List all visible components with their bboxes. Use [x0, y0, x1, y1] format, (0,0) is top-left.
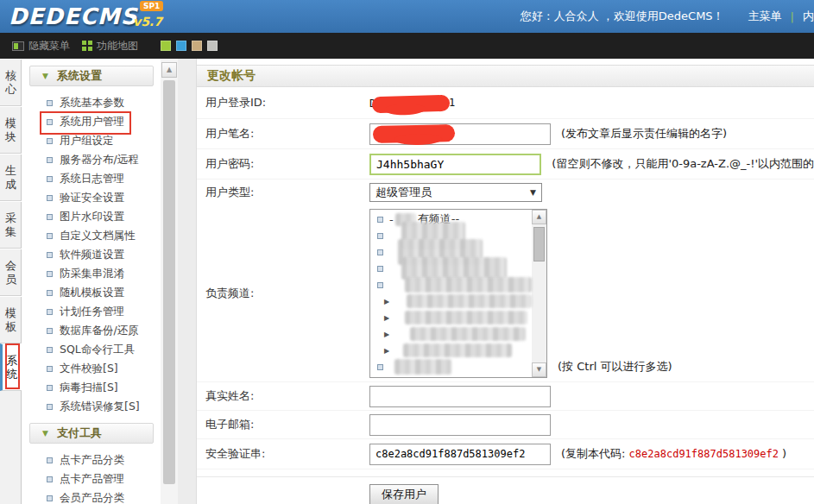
channel-row[interactable]: ▶ — [370, 343, 532, 359]
channels-listbox[interactable]: -有频道--▶▶▶▶ ▲ ▼ — [369, 209, 547, 378]
channels-scrollbar-thumb[interactable] — [533, 227, 545, 261]
sidebar-item[interactable]: 用户组设定 — [22, 131, 161, 150]
sidebar-item-label: 用户组设定 — [60, 134, 114, 148]
sidebar-item-label: 验证安全设置 — [60, 191, 124, 205]
user-edit-form: 用户登录ID: D 1 用户笔名: (发布文章后显示责任编辑的名字) 用户密码:… — [197, 87, 814, 504]
sidebar-item[interactable]: 系统用户管理 — [22, 112, 161, 131]
header-right: 您好：人合众人 ，欢迎使用DedeCMS！ 主菜单 | 内 — [521, 0, 814, 33]
sidebar-item-label: 会员产品分类 — [60, 491, 124, 504]
tree-arrow-icon: ▶ — [384, 298, 389, 306]
email-label: 电子邮箱: — [205, 417, 369, 432]
side-tab-6[interactable]: 模板 — [0, 296, 22, 343]
sidebar-item-label: 自定义文档属性 — [60, 229, 136, 243]
bullet-icon — [47, 290, 53, 296]
login-id-fragment-right: 1 — [449, 97, 455, 109]
sidebar-item[interactable]: 随机模板设置 — [22, 283, 161, 302]
bullet-icon — [47, 233, 53, 239]
sidebar-scrollbar-thumb[interactable] — [163, 80, 175, 484]
row-real-name: 真实姓名: — [197, 382, 814, 411]
row-password: 用户密码: (留空则不修改，只能用'0-9a-zA-Z.@_-!'以内范围的 — [197, 149, 814, 180]
main-content: 更改帐号 用户登录ID: D 1 用户笔名: (发布文章后显示责任编辑的名字) … — [196, 59, 814, 504]
channel-row[interactable]: ▶ — [370, 310, 532, 326]
row-email: 电子邮箱: — [197, 411, 814, 439]
tree-arrow-icon: ▶ — [384, 331, 389, 338]
row-login-id: 用户登录ID: D 1 — [197, 87, 814, 119]
bullet-icon — [47, 195, 53, 201]
sidebar-item[interactable]: 防采集串混淆 — [22, 264, 161, 283]
bullet-icon — [377, 266, 383, 272]
sidebar-item-label: 点卡产品分类 — [60, 453, 124, 468]
sidebar-item-label: 文件校验[S] — [60, 362, 118, 376]
sidebar-item[interactable]: 验证安全设置 — [22, 188, 161, 207]
user-type-value: 超级管理员 — [375, 185, 530, 200]
side-tab-2[interactable]: 模块 — [0, 106, 22, 154]
main-menu-link[interactable]: 主菜单 — [748, 9, 782, 24]
channel-row[interactable] — [370, 261, 532, 277]
password-label: 用户密码: — [205, 156, 369, 172]
color-swatch[interactable] — [176, 41, 186, 51]
color-swatch[interactable] — [161, 41, 171, 51]
page-title: 更改帐号 — [197, 65, 814, 87]
redaction-scribble-pen-name — [373, 124, 455, 143]
sidebar-item[interactable]: 病毒扫描[S] — [22, 378, 161, 397]
sidebar-item[interactable]: 点卡产品分类 — [22, 450, 161, 469]
bullet-icon — [47, 157, 53, 163]
real-name-input[interactable] — [369, 386, 551, 407]
side-tab-4[interactable]: 采集 — [0, 201, 22, 249]
channel-row[interactable] — [370, 277, 532, 293]
channels-scrollbar[interactable]: ▲ ▼ — [532, 210, 546, 377]
pen-name-label: 用户笔名: — [205, 126, 369, 142]
scroll-up-icon[interactable]: ▲ — [161, 62, 177, 78]
sidebar-item[interactable]: 数据库备份/还原 — [22, 321, 161, 340]
sidebar-item-label: 系统用户管理 — [60, 115, 124, 129]
channel-row[interactable] — [370, 359, 532, 375]
blur-redaction — [410, 327, 526, 341]
sidebar-item[interactable]: SQL命令行工具 — [22, 340, 161, 359]
row-pen-name: 用户笔名: (发布文章后显示责任编辑的名字) — [197, 119, 814, 149]
user-type-select[interactable]: 超级管理员 ▼ — [369, 183, 542, 202]
sidebar-item[interactable]: 系统错误修复[S] — [22, 397, 161, 416]
redaction-scribble-login-id — [372, 95, 450, 113]
color-swatch[interactable] — [192, 41, 202, 51]
menu-section-header[interactable]: ▼支付工具 — [29, 423, 154, 444]
channels-rows: -有频道--▶▶▶▶ — [370, 211, 532, 375]
function-map-button[interactable]: 功能地图 — [82, 39, 138, 54]
bullet-icon — [377, 249, 383, 255]
content-link-truncated[interactable]: 内 — [803, 9, 814, 24]
channel-row[interactable]: ▶ — [370, 293, 532, 310]
bullet-icon — [47, 138, 53, 144]
side-tab-7[interactable]: 系统 — [0, 343, 22, 391]
row-save: 保存用户 — [197, 476, 814, 504]
side-tab-1[interactable]: 核心 — [0, 59, 22, 106]
email-input[interactable] — [369, 414, 551, 436]
sidebar-item[interactable]: 文件校验[S] — [22, 359, 161, 378]
color-swatch[interactable] — [207, 41, 218, 51]
hide-menu-button[interactable]: 隐藏菜单 — [12, 39, 70, 54]
sidebar-item[interactable]: 系统日志管理 — [22, 169, 161, 188]
side-tab-3[interactable]: 生成 — [0, 154, 22, 201]
side-tab-5[interactable]: 会员 — [0, 249, 22, 296]
section-title: 支付工具 — [57, 425, 102, 441]
sidebar-item-label: 随机模板设置 — [60, 286, 124, 300]
sidebar-scrollbar[interactable]: ▲ — [161, 59, 178, 504]
sidebar-item[interactable]: 图片水印设置 — [22, 207, 161, 226]
theme-swatches — [161, 41, 223, 51]
password-input[interactable] — [369, 154, 541, 175]
sidebar-item[interactable]: 服务器分布/远程 — [22, 150, 161, 169]
safe-code-hint: (复制本代码: c8e2a8cd91f887d581309ef2 ) — [561, 446, 786, 462]
version-label: v5.7 — [133, 15, 162, 28]
hide-menu-label: 隐藏菜单 — [28, 39, 70, 54]
sidebar-item[interactable]: 计划任务管理 — [22, 302, 161, 321]
sidebar-item[interactable]: 会员产品分类 — [22, 488, 161, 504]
top-header-bar: DEDECMS SP1 v5.7 您好：人合众人 ，欢迎使用DedeCMS！ 主… — [0, 0, 814, 33]
sidebar-item[interactable]: 软件频道设置 — [22, 245, 161, 264]
channel-row[interactable]: ▶ — [370, 326, 532, 343]
save-user-button[interactable]: 保存用户 — [369, 484, 439, 504]
sidebar-item[interactable]: 点卡产品管理 — [22, 469, 161, 488]
scroll-down-icon[interactable]: ▼ — [532, 362, 546, 377]
sidebar-item[interactable]: 系统基本参数 — [22, 93, 161, 112]
scroll-up-icon[interactable]: ▲ — [532, 210, 546, 224]
safe-code-input[interactable] — [369, 444, 551, 465]
sidebar-item[interactable]: 自定义文档属性 — [22, 226, 161, 245]
menu-section-header[interactable]: ▼系统设置 — [29, 66, 154, 86]
